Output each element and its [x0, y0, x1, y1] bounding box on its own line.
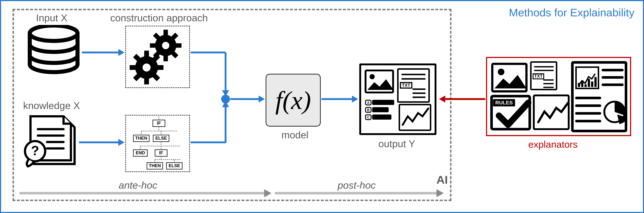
merge-node	[221, 95, 230, 103]
explainability-diagram: Methods for Explainability AI Input X co…	[0, 0, 644, 213]
svg-rect-16	[144, 78, 149, 84]
svg-rect-93	[578, 83, 580, 87]
explanators-label: explanators	[528, 139, 578, 150]
svg-rect-6	[164, 56, 168, 61]
svg-text:ELSE: ELSE	[168, 163, 180, 168]
svg-rect-75	[372, 114, 392, 120]
svg-text:ELSE: ELSE	[156, 136, 167, 141]
svg-point-2	[67, 59, 71, 63]
svg-rect-15	[144, 51, 149, 56]
svg-point-3	[67, 68, 71, 72]
database-icon	[26, 25, 81, 76]
svg-point-78	[498, 69, 504, 75]
rule-tree-icon: IF THEN ELSE END IF THEN ELSE	[125, 115, 190, 172]
construction-approach-label: construction approach	[110, 12, 208, 23]
svg-text:IF: IF	[159, 150, 163, 155]
svg-text:END: END	[136, 150, 145, 155]
svg-rect-18	[158, 65, 164, 70]
svg-text:TXT: TXT	[534, 74, 542, 78]
svg-rect-95	[584, 84, 587, 87]
line-rules-out	[191, 141, 226, 143]
ante-hoc-label: ante-hoc	[119, 180, 157, 191]
svg-rect-97	[591, 81, 593, 87]
ai-region-label: AI	[436, 173, 448, 186]
svg-text:?: ?	[31, 143, 39, 158]
svg-point-58	[370, 74, 375, 79]
model-label: model	[282, 129, 308, 141]
svg-rect-90	[534, 95, 569, 129]
model-fx-label: f(x)	[275, 85, 311, 115]
model-box: f(x)	[266, 74, 321, 127]
svg-rect-7	[150, 43, 156, 48]
svg-text:B: B	[367, 108, 370, 112]
svg-point-13	[162, 42, 169, 49]
explanator-panel-icon: TXT RULES	[486, 57, 631, 136]
post-hoc-arrow	[275, 192, 437, 195]
svg-text:RULES: RULES	[496, 100, 513, 105]
svg-point-0	[30, 25, 78, 41]
svg-text:C: C	[367, 116, 370, 119]
ante-hoc-arrow	[20, 192, 265, 195]
svg-text:THEN: THEN	[149, 163, 161, 168]
output-panel-icon: TXT A B C	[359, 63, 436, 135]
svg-rect-69	[372, 100, 394, 105]
diagram-title: Methods for Explainability	[509, 6, 634, 19]
svg-text:THEN: THEN	[135, 136, 147, 141]
svg-text:IF: IF	[157, 121, 161, 126]
line-construction-out	[191, 51, 226, 53]
svg-text:A: A	[367, 101, 370, 105]
svg-rect-5	[164, 30, 168, 35]
gears-icon	[129, 29, 186, 85]
svg-rect-17	[130, 65, 136, 70]
svg-text:TXT: TXT	[402, 83, 410, 88]
svg-rect-96	[588, 79, 590, 87]
svg-point-1	[67, 48, 71, 52]
knowledge-x-label: knowledge X	[23, 100, 80, 111]
svg-rect-94	[581, 80, 584, 87]
post-hoc-label: post-hoc	[338, 180, 376, 191]
svg-rect-8	[176, 43, 182, 48]
svg-point-23	[142, 63, 150, 72]
svg-rect-98	[594, 77, 596, 87]
knowledge-document-icon: ?	[20, 113, 78, 168]
input-x-label: Input X	[36, 12, 68, 23]
svg-rect-72	[372, 107, 389, 112]
output-y-label: output Y	[378, 138, 415, 149]
